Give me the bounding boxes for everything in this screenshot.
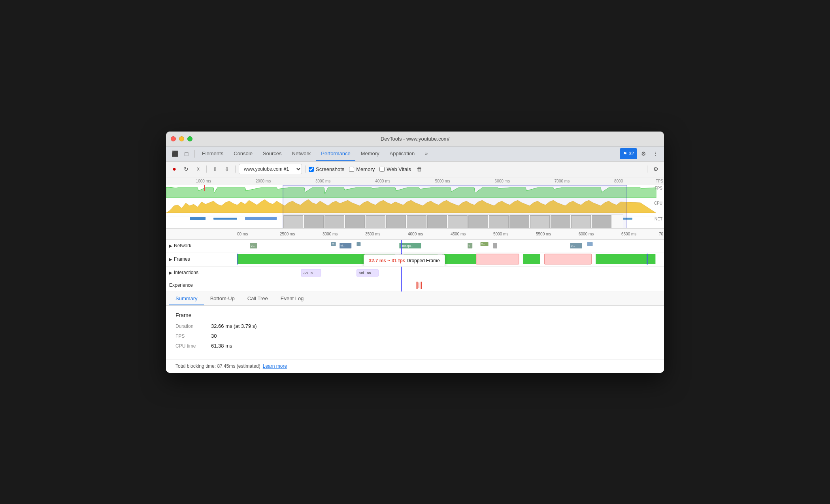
issues-icon: ⚑ xyxy=(623,151,627,156)
t-00ms: 00 ms xyxy=(237,232,248,236)
cpu-time-row: CPU time 61.38 ms xyxy=(175,343,655,349)
interactions-track-label[interactable]: ▶ Interactions xyxy=(166,267,237,279)
tab-network[interactable]: Network xyxy=(287,146,316,161)
tab-memory[interactable]: Memory xyxy=(356,146,384,161)
svg-text:v: v xyxy=(468,244,470,247)
dropped-frame-tooltip: 32.7 ms ~ 31 fps Dropped Frame xyxy=(364,254,445,266)
memory-checkbox-label[interactable]: Memory xyxy=(349,166,375,172)
tab-event-log[interactable]: Event Log xyxy=(274,292,310,305)
clear-button[interactable]: ☓ xyxy=(193,164,203,174)
overview-area: 1000 ms 2000 ms 3000 ms 4000 ms 5000 ms … xyxy=(166,177,664,229)
tab-more[interactable]: » xyxy=(420,146,432,161)
experience-track-content xyxy=(237,279,664,291)
svg-rect-55 xyxy=(421,282,422,289)
svg-text:Ani...on: Ani...on xyxy=(359,271,371,275)
tab-summary[interactable]: Summary xyxy=(169,292,204,305)
tab-console[interactable]: Console xyxy=(229,146,257,161)
svg-rect-18 xyxy=(204,185,205,191)
svg-text:vi: vi xyxy=(332,243,335,245)
fps-chart-label: FPS xyxy=(656,179,663,183)
web-vitals-checkbox-label[interactable]: Web Vitals xyxy=(379,166,411,172)
frames-svg xyxy=(237,252,664,266)
experience-track-label: Experience xyxy=(166,279,237,291)
svg-rect-4 xyxy=(213,218,237,220)
more-options-icon[interactable]: ⋮ xyxy=(650,148,661,159)
toolbar-separator-4 xyxy=(647,165,647,173)
device-icon[interactable]: ◻ xyxy=(181,148,192,159)
learn-more-link[interactable]: Learn more xyxy=(263,363,287,369)
download-button[interactable]: ⇩ xyxy=(222,164,232,174)
titlebar: DevTools - www.youtube.com/ xyxy=(166,132,664,147)
interactions-arrow-icon: ▶ xyxy=(169,271,172,275)
traffic-lights xyxy=(171,136,192,141)
net-label: NET xyxy=(655,217,662,221)
tab-performance[interactable]: Performance xyxy=(316,146,355,161)
t-3000ms: 3000 ms xyxy=(323,232,338,236)
svg-rect-25 xyxy=(357,242,360,246)
screenshots-checkbox-label[interactable]: Screenshots xyxy=(309,166,344,172)
capture-settings-icon[interactable]: ⚙ xyxy=(651,164,661,174)
svg-rect-35 xyxy=(587,242,593,246)
minimize-button[interactable] xyxy=(179,136,184,141)
performance-toolbar: ● ↻ ☓ ⇧ ⇩ www.youtube.com #1 Screenshots… xyxy=(166,162,664,177)
timeline-ruler: 00 ms 2500 ms 3000 ms 3500 ms 4000 ms 45… xyxy=(237,229,664,240)
tab-call-tree[interactable]: Call Tree xyxy=(241,292,274,305)
tab-application[interactable]: Application xyxy=(385,146,420,161)
issues-count: 32 xyxy=(629,151,634,156)
track-frames: ▶ Frames xyxy=(166,252,664,267)
screenshots-checkbox[interactable] xyxy=(309,167,314,172)
time-8000: 8000 xyxy=(614,179,623,183)
time-4000: 4000 ms xyxy=(375,179,390,183)
experience-label-text: Experience xyxy=(169,282,193,288)
frames-track-label[interactable]: ▶ Frames xyxy=(166,252,237,266)
toolbar-separator-3 xyxy=(305,165,306,173)
svg-rect-41 xyxy=(523,254,540,264)
t-70: 70 xyxy=(659,232,663,236)
svg-text:v...: v... xyxy=(571,244,575,248)
svg-text:vi...: vi... xyxy=(340,244,345,247)
svg-rect-32 xyxy=(493,243,497,248)
svg-rect-5 xyxy=(245,217,277,220)
cursor-icon[interactable]: ⬛ xyxy=(169,148,180,159)
svg-rect-39 xyxy=(442,254,476,264)
network-content-svg: v... vi vi... videopl... v xyxy=(237,240,664,252)
url-select[interactable]: www.youtube.com #1 xyxy=(239,164,302,174)
track-network: ▶ Network v... vi vi... xyxy=(166,240,664,252)
tab-elements[interactable]: Elements xyxy=(197,146,228,161)
t-2500ms: 2500 ms xyxy=(280,232,295,236)
overview-charts[interactable]: FPS CPU NET xyxy=(166,185,664,229)
window-title: DevTools - www.youtube.com/ xyxy=(381,136,449,142)
delete-recording-button[interactable]: 🗑 xyxy=(414,164,424,174)
tooltip-fps-text: 32.7 ms ~ 31 fps xyxy=(369,258,405,263)
t-6500ms: 6500 ms xyxy=(621,232,636,236)
memory-checkbox[interactable] xyxy=(349,167,354,172)
tab-bottom-up[interactable]: Bottom-Up xyxy=(204,292,241,305)
devtools-window: DevTools - www.youtube.com/ ⬛ ◻ Elements… xyxy=(166,132,664,373)
web-vitals-checkbox[interactable] xyxy=(379,167,385,172)
reload-record-button[interactable]: ↻ xyxy=(181,164,191,174)
bottom-panel: Summary Bottom-Up Call Tree Event Log Fr… xyxy=(166,292,664,373)
frames-label-text: Frames xyxy=(174,256,190,262)
record-button[interactable]: ● xyxy=(169,164,179,174)
blocking-time-text: Total blocking time: 87.45ms (estimated) xyxy=(175,363,260,369)
upload-button[interactable]: ⇧ xyxy=(210,164,220,174)
screenshot-strip xyxy=(283,214,623,229)
t-6000ms: 6000 ms xyxy=(579,232,594,236)
network-track-label[interactable]: ▶ Network xyxy=(166,240,237,252)
tooltip-dropped-label: Dropped Frame xyxy=(407,258,440,263)
svg-text:v...: v... xyxy=(251,244,255,248)
duration-key: Duration xyxy=(175,323,211,329)
devtools-tabbar: ⬛ ◻ Elements Console Sources Network Per… xyxy=(166,147,664,162)
cpu-time-key: CPU time xyxy=(175,343,211,349)
maximize-button[interactable] xyxy=(187,136,192,141)
svg-text:v...: v... xyxy=(481,243,485,245)
svg-rect-42 xyxy=(545,254,592,264)
settings-icon[interactable]: ⚙ xyxy=(638,148,649,159)
time-1000: 1000 ms xyxy=(196,179,211,183)
tab-sources[interactable]: Sources xyxy=(258,146,287,161)
blocking-time-bar: Total blocking time: 87.45ms (estimated)… xyxy=(166,359,664,373)
issues-badge[interactable]: ⚑ 32 xyxy=(620,148,637,159)
close-button[interactable] xyxy=(171,136,176,141)
svg-rect-43 xyxy=(596,254,655,264)
fps-row: FPS 30 xyxy=(175,333,655,339)
